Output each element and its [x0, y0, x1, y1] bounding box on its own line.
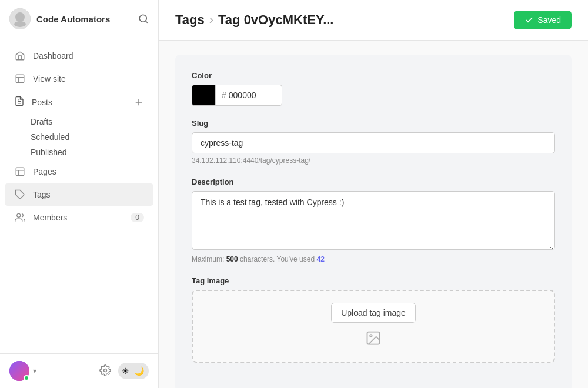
sidebar-item-members[interactable]: Members 0 [5, 206, 153, 229]
upload-image-button[interactable]: Upload tag image [331, 303, 416, 323]
saved-label: Saved [537, 15, 561, 25]
color-input-wrapper: # [215, 85, 282, 106]
gear-icon [99, 364, 111, 376]
sidebar-item-pages[interactable]: Pages [5, 160, 153, 183]
view-icon [14, 73, 26, 85]
description-group: Description This is a test tag, tested w… [192, 178, 555, 263]
sidebar-label-scheduled: Scheduled [31, 132, 69, 142]
color-group: Color # [192, 71, 555, 106]
saved-button[interactable]: Saved [514, 11, 572, 29]
members-icon [14, 212, 26, 223]
breadcrumb-root[interactable]: Tags [175, 12, 205, 28]
sidebar-brand: Code Automators [9, 8, 110, 29]
brand-logo [9, 8, 31, 29]
description-label: Description [192, 178, 555, 186]
svg-point-12 [370, 335, 372, 337]
moon-icon: 🌙 [132, 365, 146, 377]
sidebar-label-drafts: Drafts [31, 117, 52, 126]
avatar [9, 361, 29, 381]
char-count: Maximum: 500 characters. You've used 42 [192, 255, 555, 263]
settings-button[interactable] [99, 364, 111, 378]
char-count-unit: characters. You've used [240, 255, 315, 263]
sidebar-label-dashboard: Dashboard [33, 51, 74, 61]
svg-rect-7 [16, 168, 24, 176]
color-text-input[interactable] [229, 91, 276, 100]
description-textarea[interactable]: This is a test tag, tested with Cypress … [192, 191, 555, 250]
sidebar-label-viewsite: View site [33, 74, 66, 83]
pages-icon [14, 166, 26, 178]
svg-point-9 [17, 213, 21, 217]
sidebar-label-tags: Tags [33, 190, 51, 199]
char-count-max: 500 [226, 255, 238, 263]
sidebar-item-scheduled[interactable]: Scheduled [26, 129, 158, 145]
online-indicator [24, 375, 29, 381]
svg-rect-4 [16, 75, 24, 83]
breadcrumb: Tags › Tag 0vOycMKtEY... [175, 12, 333, 28]
brand-name: Code Automators [36, 14, 110, 24]
tag-image-area: Upload tag image [192, 290, 555, 363]
breadcrumb-separator: › [209, 12, 213, 28]
footer-actions: ☀ 🌙 [99, 363, 149, 379]
sidebar-item-viewsite[interactable]: View site [5, 68, 153, 90]
user-area[interactable]: ▾ [9, 361, 36, 381]
upload-icon [365, 330, 382, 350]
sidebar-header: Code Automators [0, 0, 158, 38]
plus-icon [133, 97, 144, 108]
sidebar-item-tags[interactable]: Tags [5, 183, 153, 206]
main-header: Tags › Tag 0vOycMKtEY... Saved [159, 0, 588, 41]
char-count-prefix: Maximum: [192, 255, 224, 263]
main-content: Tags › Tag 0vOycMKtEY... Saved Color # [159, 0, 588, 388]
slug-url: 34.132.112.110:4440/tag/cypress-tag/ [192, 156, 555, 165]
search-button[interactable] [138, 14, 149, 24]
svg-point-3 [139, 15, 146, 22]
theme-toggle[interactable]: ☀ 🌙 [118, 363, 149, 379]
tag-image-label: Tag image [192, 276, 555, 285]
color-swatch[interactable] [192, 85, 215, 106]
sidebar-nav: Dashboard View site [0, 38, 158, 353]
form-card: Color # Slug 34.132.112.110:4440/tag/cyp… [175, 55, 572, 388]
tags-icon [14, 189, 26, 200]
main-body: Color # Slug 34.132.112.110:4440/tag/cyp… [159, 41, 588, 388]
sidebar: Code Automators Dashboard [0, 0, 159, 388]
breadcrumb-current: Tag 0vOycMKtEY... [218, 12, 333, 28]
sidebar-label-members: Members [33, 213, 67, 222]
sidebar-label-pages: Pages [33, 167, 56, 176]
chevron-down-icon: ▾ [33, 367, 36, 375]
upload-button-label: Upload tag image [341, 308, 406, 317]
sidebar-item-dashboard[interactable]: Dashboard [5, 45, 153, 67]
home-icon [14, 50, 26, 62]
members-badge: 0 [131, 213, 144, 222]
sidebar-item-published[interactable]: Published [26, 145, 158, 160]
svg-point-10 [104, 369, 107, 372]
sidebar-label-published: Published [31, 148, 67, 157]
char-count-used: 42 [316, 255, 324, 263]
sun-icon: ☀ [119, 365, 132, 377]
slug-input[interactable] [192, 132, 555, 153]
slug-group: Slug 34.132.112.110:4440/tag/cypress-tag… [192, 119, 555, 165]
svg-point-1 [15, 12, 25, 22]
posts-row-left: Posts [14, 96, 52, 108]
check-icon [524, 15, 534, 25]
svg-point-2 [14, 21, 26, 27]
color-row: # [192, 85, 555, 106]
slug-label: Slug [192, 119, 555, 128]
posts-icon [14, 96, 25, 108]
add-post-button[interactable] [133, 97, 144, 108]
color-label: Color [192, 71, 555, 80]
sidebar-footer: ▾ ☀ 🌙 [0, 353, 158, 388]
sidebar-label-posts: Posts [32, 98, 52, 107]
sidebar-item-posts[interactable]: Posts [5, 91, 153, 113]
sidebar-item-drafts[interactable]: Drafts [26, 114, 158, 129]
tag-image-group: Tag image Upload tag image [192, 276, 555, 363]
search-icon [138, 14, 149, 24]
hash-symbol: # [222, 91, 226, 100]
